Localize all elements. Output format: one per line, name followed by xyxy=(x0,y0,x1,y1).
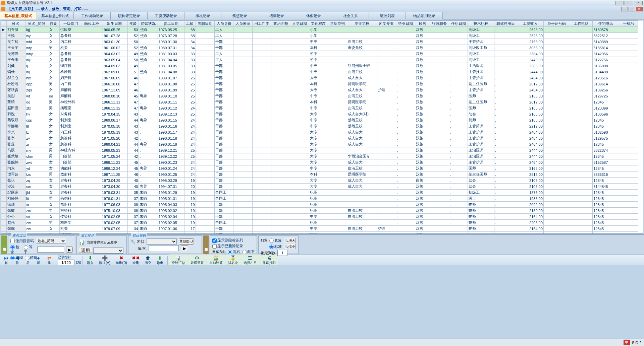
cell[interactable]: 功能科 xyxy=(59,165,82,171)
cell[interactable]: 1990.01.17 xyxy=(158,129,184,135)
cell[interactable]: 3135814 xyxy=(593,45,619,51)
cell[interactable]: 吴百玲 xyxy=(6,39,25,45)
cell[interactable]: 19 xyxy=(184,202,196,208)
cell[interactable]: 汉族 xyxy=(415,184,430,190)
cell[interactable] xyxy=(233,111,252,117)
cell[interactable] xyxy=(290,123,309,129)
cell[interactable]: 50 xyxy=(127,57,139,63)
cell[interactable]: 1967.11.25 xyxy=(101,171,127,178)
cell[interactable] xyxy=(430,45,449,51)
cell[interactable]: . xyxy=(494,202,517,208)
col-header[interactable]: 年龄 xyxy=(127,21,139,27)
cell[interactable] xyxy=(271,165,290,171)
cell[interactable]: . xyxy=(396,159,415,165)
cell[interactable] xyxy=(271,93,290,99)
cell[interactable]: 主管护师 xyxy=(468,141,494,147)
cell[interactable]: . xyxy=(396,196,415,202)
col-header[interactable]: 出生日期 xyxy=(101,21,127,27)
col-header[interactable]: 入党日期 xyxy=(290,21,309,27)
cell[interactable] xyxy=(290,81,309,87)
cell[interactable]: 已婚 xyxy=(139,69,158,75)
cell[interactable] xyxy=(82,165,101,171)
cell[interactable]: . xyxy=(449,123,468,129)
cell[interactable]: . xyxy=(196,39,214,45)
cell[interactable]: 曲清卫校 xyxy=(347,214,377,220)
cell[interactable] xyxy=(543,63,570,69)
cell[interactable]: 3056.00 xyxy=(517,45,543,51)
cell[interactable]: . xyxy=(196,232,214,234)
cell[interactable] xyxy=(377,51,396,57)
cell[interactable]: 董晴 xyxy=(6,99,25,105)
cell[interactable] xyxy=(252,57,271,63)
cell[interactable]: 成人自大 xyxy=(347,87,377,93)
cell[interactable]: . xyxy=(196,226,214,232)
del-all-button[interactable]: ✖✖全删 xyxy=(130,255,142,266)
cell[interactable]: 1976.07.28 xyxy=(158,33,184,39)
cell[interactable]: 财务科 xyxy=(59,190,82,196)
cell[interactable]: 麻醉科 xyxy=(59,93,82,99)
cell[interactable]: 汉族 xyxy=(415,39,430,45)
cell[interactable] xyxy=(619,141,638,147)
cell[interactable]: 1970.05.19 xyxy=(101,129,127,135)
cell[interactable]: . xyxy=(196,190,214,196)
cell[interactable]: 本科 xyxy=(309,171,328,178)
cell[interactable]: 成人自大 xyxy=(347,75,377,81)
cell[interactable]: . xyxy=(396,184,415,190)
cell[interactable] xyxy=(619,226,638,232)
cell[interactable] xyxy=(290,63,309,69)
cell[interactable]: dq xyxy=(25,99,48,105)
cell[interactable] xyxy=(271,87,290,93)
cell[interactable]: 男 xyxy=(48,81,59,87)
cell[interactable] xyxy=(82,51,101,57)
cell[interactable]: 汉族 xyxy=(415,165,430,171)
cell[interactable]: . xyxy=(139,63,158,69)
cell[interactable]: 44 xyxy=(127,141,139,147)
cell[interactable] xyxy=(252,75,271,81)
col-header[interactable]: 性别 xyxy=(48,21,59,27)
cell[interactable]: 主管护师 xyxy=(468,87,494,93)
cell[interactable]: 主管护师 xyxy=(468,135,494,141)
cell[interactable]: wyf xyxy=(25,232,48,234)
table-row[interactable]: 吴彤wtee麻醉科1968.08.1045离异1989.01.1025.干部中专… xyxy=(1,93,638,99)
cell[interactable] xyxy=(543,99,570,105)
cell[interactable] xyxy=(543,196,570,202)
cell[interactable]: lqj xyxy=(25,27,48,33)
cell[interactable] xyxy=(570,135,593,141)
cell[interactable]: zy xyxy=(25,135,48,141)
cell[interactable] xyxy=(430,129,449,135)
cell[interactable]: 初中 xyxy=(309,51,328,57)
cell[interactable]: 工人 xyxy=(214,57,233,63)
cell[interactable]: 1969.06.17 xyxy=(101,117,127,123)
cell[interactable] xyxy=(328,93,347,99)
cell[interactable] xyxy=(82,33,101,39)
col-header[interactable]: 姓名_简码 xyxy=(25,21,48,27)
cell[interactable]: 赵田雪 xyxy=(6,105,25,111)
table-row[interactable]: 张婉婷zwt女门诊部1968.11.2345.1990.01.2324.干部大专… xyxy=(1,159,638,165)
cell[interactable] xyxy=(347,51,377,57)
cell[interactable] xyxy=(377,196,396,202)
cell[interactable] xyxy=(252,99,271,105)
cell[interactable]: zw xyxy=(25,226,48,232)
cell[interactable]: . xyxy=(139,159,158,165)
cell[interactable]: 吴彤 xyxy=(6,93,25,99)
cell[interactable]: 25 xyxy=(184,81,196,87)
cell[interactable]: . xyxy=(196,69,214,75)
tab-1[interactable]: 基本信息_卡片式 xyxy=(37,12,74,19)
cell[interactable]: 1979.07.09 xyxy=(101,226,127,232)
cell[interactable] xyxy=(233,57,252,63)
cell[interactable]: 干部 xyxy=(214,63,233,69)
cell[interactable]: 干部 xyxy=(214,202,233,208)
cell[interactable]: 干部 xyxy=(214,171,233,178)
cell[interactable]: 男 xyxy=(48,147,59,153)
cell[interactable] xyxy=(82,69,101,75)
cell[interactable] xyxy=(328,232,347,234)
cell[interactable] xyxy=(328,105,347,111)
cell[interactable]: . xyxy=(449,184,468,190)
cell[interactable] xyxy=(570,208,593,214)
cell[interactable] xyxy=(328,208,347,214)
cell[interactable]: 2812.00 xyxy=(517,81,543,87)
cell[interactable]: 机关 xyxy=(59,226,82,232)
table-row[interactable]: 赵田雪ztx男病理室1966.11.1247离异1990.01.1224.干部中… xyxy=(1,105,638,111)
cell[interactable]: wj xyxy=(25,69,48,75)
cell[interactable]: 汉族 xyxy=(415,190,430,196)
